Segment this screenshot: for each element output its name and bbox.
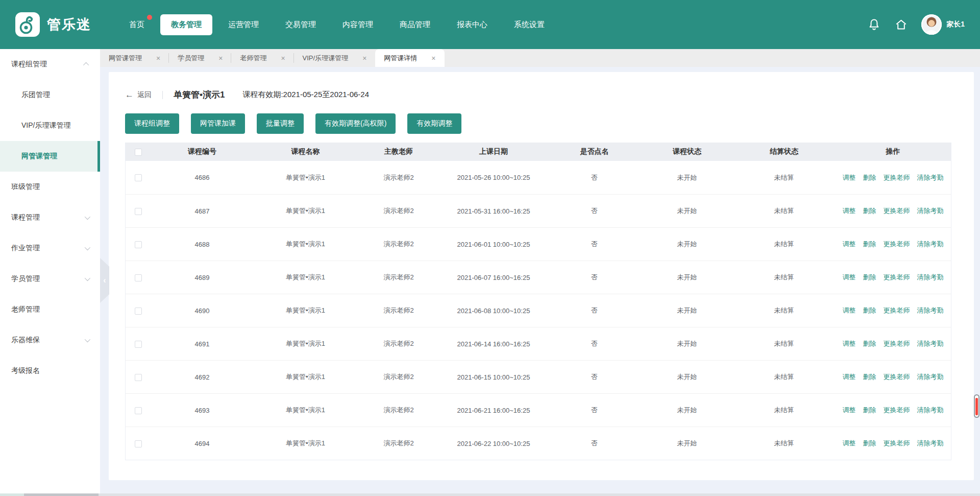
action-link-4[interactable]: 清除考勤 bbox=[917, 439, 944, 447]
action-link-4[interactable]: 清除考勤 bbox=[917, 406, 944, 414]
action-link-2[interactable]: 删除 bbox=[863, 439, 876, 447]
action-link-2[interactable]: 删除 bbox=[863, 207, 876, 215]
nav-item-8[interactable]: 系统设置 bbox=[503, 14, 555, 35]
row-checkbox[interactable] bbox=[135, 274, 142, 281]
toolbar-button-1[interactable]: 课程组调整 bbox=[125, 113, 179, 134]
action-link-1[interactable]: 调整 bbox=[843, 406, 856, 414]
back-arrow-icon: ← bbox=[125, 90, 134, 99]
sidebar-item-7[interactable]: 作业管理 bbox=[0, 233, 100, 264]
toolbar-button-3[interactable]: 批量调整 bbox=[257, 113, 304, 134]
tab-label: 网管课管理 bbox=[109, 54, 142, 63]
row-checkbox[interactable] bbox=[135, 308, 142, 315]
horizontal-scrollbar[interactable] bbox=[0, 493, 980, 496]
scroll-indicator bbox=[975, 398, 978, 415]
action-link-3[interactable]: 更换老师 bbox=[884, 306, 910, 314]
action-link-4[interactable]: 清除考勤 bbox=[917, 174, 944, 181]
nav-item-7[interactable]: 报表中心 bbox=[446, 14, 498, 35]
tab-3[interactable]: 老师管理× bbox=[231, 49, 293, 67]
action-link-3[interactable]: 更换老师 bbox=[884, 406, 910, 414]
sidebar-item-5[interactable]: 班级管理 bbox=[0, 172, 100, 202]
action-link-4[interactable]: 清除考勤 bbox=[917, 340, 944, 347]
action-link-4[interactable]: 清除考勤 bbox=[917, 306, 944, 314]
column-header-7: 结算状态 bbox=[733, 147, 835, 156]
action-link-2[interactable]: 删除 bbox=[863, 406, 876, 414]
action-link-3[interactable]: 更换老师 bbox=[884, 207, 910, 215]
action-link-2[interactable]: 删除 bbox=[863, 306, 876, 314]
action-link-2[interactable]: 删除 bbox=[863, 240, 876, 248]
action-link-3[interactable]: 更换老师 bbox=[884, 240, 910, 248]
nav-item-3[interactable]: 运营管理 bbox=[217, 14, 270, 35]
sidebar-item-6[interactable]: 课程管理 bbox=[0, 202, 100, 233]
tab-5[interactable]: 网管课详情× bbox=[375, 49, 444, 67]
action-link-2[interactable]: 删除 bbox=[863, 174, 876, 181]
row-checkbox[interactable] bbox=[135, 440, 142, 447]
close-icon[interactable]: × bbox=[362, 54, 366, 62]
vertical-scrollbar-thumb[interactable] bbox=[974, 394, 979, 418]
action-link-3[interactable]: 更换老师 bbox=[884, 439, 910, 447]
course-table: 课程编号课程名称主教老师上课日期是否点名课程状态结算状态操作 4686单簧管•演… bbox=[125, 143, 951, 460]
user-menu[interactable]: 家长1 bbox=[921, 14, 965, 35]
sidebar-item-9[interactable]: 老师管理 bbox=[0, 294, 100, 325]
action-link-3[interactable]: 更换老师 bbox=[884, 340, 910, 347]
nav-item-5[interactable]: 内容管理 bbox=[332, 14, 384, 35]
close-icon[interactable]: × bbox=[431, 54, 435, 62]
column-header-5: 是否点名 bbox=[548, 147, 641, 156]
action-link-1[interactable]: 调整 bbox=[843, 340, 856, 347]
action-link-1[interactable]: 调整 bbox=[843, 174, 856, 181]
action-link-1[interactable]: 调整 bbox=[843, 240, 856, 248]
action-link-1[interactable]: 调整 bbox=[843, 306, 856, 314]
column-header-4: 上课日期 bbox=[439, 147, 548, 156]
row-checkbox-cell bbox=[126, 273, 151, 281]
cell-rollcall: 否 bbox=[548, 273, 641, 282]
action-link-3[interactable]: 更换老师 bbox=[884, 273, 910, 281]
tab-2[interactable]: 学员管理× bbox=[169, 49, 231, 67]
horizontal-scrollbar-thumb[interactable] bbox=[24, 493, 99, 496]
action-link-4[interactable]: 清除考勤 bbox=[917, 373, 944, 381]
action-link-4[interactable]: 清除考勤 bbox=[917, 273, 944, 281]
action-link-2[interactable]: 删除 bbox=[863, 273, 876, 281]
action-link-1[interactable]: 调整 bbox=[843, 373, 856, 381]
row-checkbox[interactable] bbox=[135, 208, 142, 215]
row-checkbox[interactable] bbox=[135, 174, 142, 181]
action-link-1[interactable]: 调整 bbox=[843, 207, 856, 215]
action-link-1[interactable]: 调整 bbox=[843, 439, 856, 447]
sidebar-item-10[interactable]: 乐器维保 bbox=[0, 325, 100, 356]
sidebar-item-4[interactable]: 网管课管理 bbox=[0, 141, 100, 172]
action-link-4[interactable]: 清除考勤 bbox=[917, 207, 944, 215]
action-link-2[interactable]: 删除 bbox=[863, 340, 876, 347]
sidebar-item-3[interactable]: VIP/乐理课管理 bbox=[0, 110, 100, 141]
nav-item-4[interactable]: 交易管理 bbox=[275, 14, 327, 35]
toolbar-button-4[interactable]: 有效期调整(高权限) bbox=[315, 113, 396, 134]
action-link-2[interactable]: 删除 bbox=[863, 373, 876, 381]
cell-course_status: 未开始 bbox=[641, 406, 733, 415]
nav-item-1[interactable]: 首页 bbox=[118, 14, 155, 35]
row-checkbox[interactable] bbox=[135, 241, 142, 248]
tab-label: 学员管理 bbox=[178, 54, 204, 63]
nav-item-6[interactable]: 商品管理 bbox=[389, 14, 441, 35]
sidebar-item-11[interactable]: 考级报名 bbox=[0, 356, 100, 386]
row-actions: 调整删除更换老师清除考勤 bbox=[835, 372, 951, 382]
action-link-3[interactable]: 更换老师 bbox=[884, 373, 910, 381]
detail-header: ← 返回 单簧管•演示1 课程有效期:2021-05-25至2021-06-24 bbox=[125, 72, 958, 101]
sidebar-item-1[interactable]: 课程组管理 bbox=[0, 49, 100, 80]
row-checkbox[interactable] bbox=[135, 407, 142, 414]
row-checkbox[interactable] bbox=[135, 374, 142, 381]
sidebar-item-8[interactable]: 学员管理 bbox=[0, 264, 100, 294]
home-icon[interactable] bbox=[894, 18, 908, 32]
close-icon[interactable]: × bbox=[281, 54, 285, 62]
toolbar-button-2[interactable]: 网管课加课 bbox=[191, 113, 245, 134]
tab-1[interactable]: 网管课管理× bbox=[100, 49, 169, 67]
tab-4[interactable]: VIP/乐理课管理× bbox=[294, 49, 376, 67]
toolbar-button-5[interactable]: 有效期调整 bbox=[407, 113, 461, 134]
row-checkbox[interactable] bbox=[135, 341, 142, 348]
back-button[interactable]: ← 返回 bbox=[125, 90, 152, 100]
close-icon[interactable]: × bbox=[156, 54, 160, 62]
select-all-checkbox[interactable] bbox=[135, 149, 142, 156]
nav-item-2[interactable]: 教务管理 bbox=[160, 14, 212, 35]
close-icon[interactable]: × bbox=[218, 54, 223, 62]
action-link-1[interactable]: 调整 bbox=[843, 273, 856, 281]
bell-icon[interactable] bbox=[867, 18, 881, 32]
sidebar-item-2[interactable]: 乐团管理 bbox=[0, 80, 100, 110]
action-link-4[interactable]: 清除考勤 bbox=[917, 240, 944, 248]
action-link-3[interactable]: 更换老师 bbox=[884, 174, 910, 181]
